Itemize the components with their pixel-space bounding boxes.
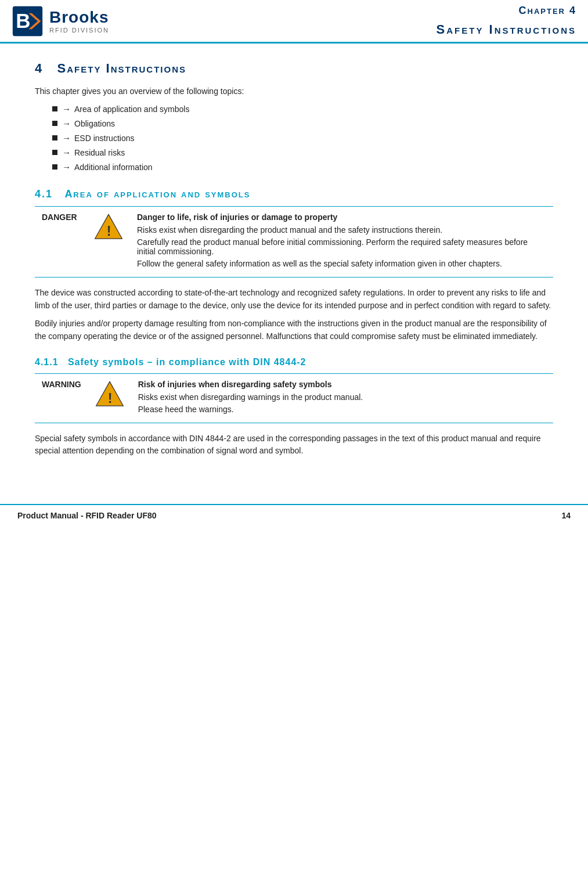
bullet-square-icon xyxy=(52,121,57,126)
list-item: → Obligations xyxy=(52,118,553,128)
header-page-title: Safety Instructions xyxy=(437,22,576,37)
list-item: → ESD instructions xyxy=(52,133,553,143)
danger-row: DANGER ! Danger to life, risk of injurie… xyxy=(35,207,553,278)
bullet-text: Area of application and symbols xyxy=(74,105,189,114)
bullet-text: Residual risks xyxy=(74,148,125,157)
main-content: 4 Safety Instructions This chapter gives… xyxy=(0,44,588,481)
intro-text: This chapter gives you an overview of th… xyxy=(35,87,553,96)
arrow-icon: → xyxy=(62,104,71,114)
warning-triangle-icon: ! xyxy=(95,380,124,409)
warning-label: WARNING xyxy=(35,373,88,423)
danger-triangle-icon: ! xyxy=(94,212,123,242)
list-item: → Additional information xyxy=(52,162,553,172)
list-item: → Residual risks xyxy=(52,147,553,157)
footer-left: Product Manual - RFID Reader UF80 xyxy=(17,511,157,520)
svg-text:!: ! xyxy=(107,391,112,406)
section4-1-1-title: 4.1.1 Safety symbols – in compliance wit… xyxy=(35,357,553,367)
logo-rfid-text: RFID DIVISION xyxy=(49,27,109,34)
section4-1-title: 4.1 Area of application and symbols xyxy=(35,188,553,200)
body-para-1: The device was constructed according to … xyxy=(35,287,553,312)
danger-text-3: Follow the general safety information as… xyxy=(137,259,546,268)
arrow-icon: → xyxy=(62,133,71,143)
svg-text:B: B xyxy=(16,9,30,31)
logo-box: B Brooks RFID DIVISION xyxy=(12,5,109,37)
logo-brooks-text: Brooks xyxy=(49,8,109,27)
warning-text-1: Risks exist when disregarding warnings i… xyxy=(138,392,546,402)
warning-table: WARNING ! Risk of injuries when disregar… xyxy=(35,373,553,423)
section4-title: 4 Safety Instructions xyxy=(35,61,553,76)
danger-label: DANGER xyxy=(35,207,87,278)
bullet-text: Obligations xyxy=(74,119,115,128)
body-para-warning: Special safety symbols in accordance wit… xyxy=(35,433,553,457)
warning-icon-cell: ! xyxy=(88,373,131,423)
chapter-label: Chapter 4 xyxy=(519,5,576,17)
header-right: Chapter 4 Safety Instructions xyxy=(437,5,576,37)
page-header: B Brooks RFID DIVISION Chapter 4 Safety … xyxy=(0,0,588,44)
danger-content: Danger to life, risk of injuries or dama… xyxy=(130,207,553,278)
logo-area: B Brooks RFID DIVISION xyxy=(12,5,437,37)
bullet-text: Additional information xyxy=(74,163,153,172)
arrow-icon: → xyxy=(62,147,71,157)
bullet-text: ESD instructions xyxy=(74,134,134,143)
danger-icon-cell: ! xyxy=(87,207,130,278)
danger-text-2: Carefully read the product manual before… xyxy=(137,237,546,256)
page-footer: Product Manual - RFID Reader UF80 14 xyxy=(0,504,588,526)
bullet-square-icon xyxy=(52,150,57,155)
arrow-icon: → xyxy=(62,118,71,128)
bullet-square-icon xyxy=(52,106,57,111)
brooks-logo-icon: B xyxy=(12,5,44,37)
bullet-square-icon xyxy=(52,164,57,170)
arrow-icon: → xyxy=(62,162,71,172)
bullet-list: → Area of application and symbols → Obli… xyxy=(52,104,553,172)
svg-text:!: ! xyxy=(107,224,111,239)
list-item: → Area of application and symbols xyxy=(52,104,553,114)
danger-table: DANGER ! Danger to life, risk of injurie… xyxy=(35,206,553,278)
bullet-square-icon xyxy=(52,135,57,140)
warning-text-2: Please heed the warnings. xyxy=(138,405,546,414)
danger-title: Danger to life, risk of injuries or dama… xyxy=(137,212,546,222)
body-para-2: Bodily injuries and/or property damage r… xyxy=(35,318,553,343)
warning-title: Risk of injuries when disregarding safet… xyxy=(138,380,546,389)
warning-content: Risk of injuries when disregarding safet… xyxy=(131,373,553,423)
footer-page-number: 14 xyxy=(561,511,571,520)
logo-text-area: Brooks RFID DIVISION xyxy=(49,8,109,34)
danger-text-1: Risks exist when disregarding the produc… xyxy=(137,225,546,235)
warning-row: WARNING ! Risk of injuries when disregar… xyxy=(35,373,553,423)
